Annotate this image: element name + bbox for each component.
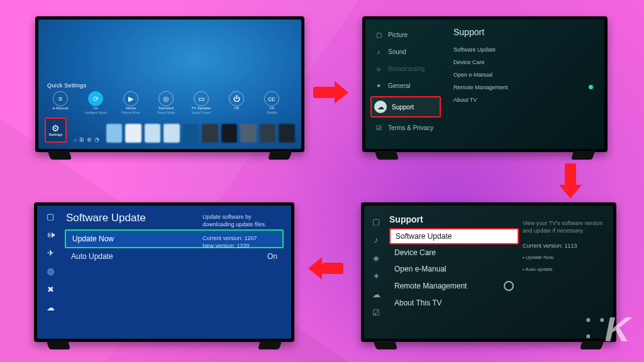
category-terms[interactable]: ☑Terms & Privacy xyxy=(370,121,440,134)
launcher-mini-icons: ⌕ ⊞ ⊕ ◔ xyxy=(74,136,99,143)
side-rail: ▢ ♪ ◈ ✶ ☁ ☑ xyxy=(368,217,384,330)
source-icon[interactable]: ⊞ xyxy=(79,136,84,143)
tools-icon[interactable]: ✖ xyxy=(47,285,54,294)
watermark-k: ▪ ▪▪ K xyxy=(605,309,628,349)
tv-step4: ▢ 🕪 ✈ ◎ ✖ ☁ Software Update Update Now A… xyxy=(34,202,294,342)
sound-icon[interactable]: ♪ xyxy=(374,235,379,244)
shield-icon: ☑ xyxy=(374,124,383,131)
settings-button[interactable]: ⚙ Settings xyxy=(45,118,67,143)
opt-about-tv[interactable]: About TV xyxy=(453,94,596,106)
item-emanual[interactable]: Open e-Manual xyxy=(389,261,519,277)
app-tile-row: ⚙ Settings ⌕ ⊞ ⊕ ◔ xyxy=(45,118,295,143)
qs-item-off1[interactable]: ⏻Off xyxy=(223,91,250,111)
app-tile[interactable] xyxy=(106,124,123,143)
qs-item-sound-mode[interactable]: ◎StandardSound Mode xyxy=(153,91,179,114)
app-tile[interactable] xyxy=(125,124,142,143)
arrow-left-icon xyxy=(308,258,343,279)
tv-step2: ▢Picture ♪Sound ◈Broadcasting ✦General ☁… xyxy=(362,16,608,152)
category-general[interactable]: ✦General xyxy=(370,79,440,92)
shield-icon[interactable]: ☑ xyxy=(372,308,380,317)
app-tile[interactable] xyxy=(145,124,161,143)
picture-icon: ▢ xyxy=(374,31,383,38)
support-heading: Support xyxy=(453,27,596,37)
app-tile[interactable] xyxy=(240,124,257,143)
app-tile[interactable] xyxy=(221,124,238,143)
category-picture[interactable]: ▢Picture xyxy=(370,28,440,41)
quick-settings-label: Quick Settings xyxy=(47,82,86,89)
opt-software-update[interactable]: Software Update xyxy=(453,43,596,56)
app-tile[interactable] xyxy=(164,124,180,143)
app-tile[interactable] xyxy=(260,124,276,143)
tv-step1: Quick Settings ≡e-Manual ⟳OnIntelligent … xyxy=(35,16,304,152)
side-rail: ▢ 🕪 ✈ ◎ ✖ ☁ xyxy=(42,212,58,331)
browser-icon[interactable]: ⊕ xyxy=(87,136,92,143)
broadcast-icon: ◈ xyxy=(374,65,383,72)
info-panel: View your TV's software version and upda… xyxy=(523,219,604,273)
info-bullet-update-now: • Update Now xyxy=(523,255,604,261)
opt-remote-mgmt[interactable]: Remote Management xyxy=(453,81,596,94)
network-icon[interactable]: ◎ xyxy=(47,266,54,276)
item-remote-mgmt[interactable]: Remote Management xyxy=(389,277,519,295)
item-about-tv[interactable]: About This TV xyxy=(389,295,519,311)
picture-icon[interactable]: ▢ xyxy=(372,217,380,226)
quick-settings-row: ≡e-Manual ⟳OnIntelligent Mode ▶MoviePict… xyxy=(47,91,295,114)
category-broadcasting[interactable]: ◈Broadcasting xyxy=(370,62,440,75)
info-bullet-auto-update: • Auto update xyxy=(523,266,604,273)
qs-item-picture-mode[interactable]: ▶MoviePicture Mode xyxy=(118,91,144,114)
item-device-care[interactable]: Device Care xyxy=(389,244,519,261)
broadcast-icon[interactable]: ✈ xyxy=(47,248,54,258)
row-auto-update[interactable]: Auto Update On xyxy=(65,248,284,265)
item-software-update[interactable]: Software Update xyxy=(389,228,519,244)
app-tile[interactable] xyxy=(183,124,199,143)
app-tile[interactable] xyxy=(202,124,218,143)
status-ring-icon xyxy=(504,281,514,291)
qs-item-subtitle[interactable]: ccOffSubtitle xyxy=(258,91,285,114)
info-desc: View your TV's software version and upda… xyxy=(523,219,604,234)
support-options: Support Software Update Device Care Open… xyxy=(453,27,596,106)
support-icon: ☁ xyxy=(374,101,387,113)
broadcast-icon[interactable]: ◈ xyxy=(373,253,379,263)
arrow-down-icon xyxy=(560,163,581,199)
update-desc-panel: Update software by downloading update fi… xyxy=(203,213,281,250)
gear-icon: ⚙ xyxy=(52,124,60,133)
support-heading: Support xyxy=(389,214,519,224)
sound-icon: ♪ xyxy=(374,48,383,55)
arrow-right-icon xyxy=(313,82,348,103)
qs-item-intelligent-mode[interactable]: ⟳OnIntelligent Mode xyxy=(82,91,109,114)
tv-step3: ▢ ♪ ◈ ✶ ☁ ☑ Support Software Update Devi… xyxy=(361,202,616,342)
category-sound[interactable]: ♪Sound xyxy=(370,45,440,58)
picture-icon[interactable]: ▢ xyxy=(47,212,54,221)
watermark-dots: ▪ ▪▪ xyxy=(586,312,608,344)
opt-device-care[interactable]: Device Care xyxy=(453,56,596,69)
app-tile[interactable] xyxy=(279,124,295,143)
general-icon: ✦ xyxy=(374,82,383,89)
search-icon[interactable]: ⌕ xyxy=(74,136,77,143)
opt-emanual[interactable]: Open e-Manual xyxy=(453,69,596,81)
sound-icon[interactable]: 🕪 xyxy=(47,230,55,239)
support-icon[interactable]: ☁ xyxy=(372,290,380,299)
qs-item-emanual[interactable]: ≡e-Manual xyxy=(47,91,74,111)
support-submenu: Support Software Update Device Care Open… xyxy=(389,214,519,311)
settings-category-list: ▢Picture ♪Sound ◈Broadcasting ✦General ☁… xyxy=(370,28,440,140)
category-support[interactable]: ☁ Support xyxy=(370,96,441,118)
network-icon[interactable]: ✶ xyxy=(373,272,380,281)
support-icon[interactable]: ☁ xyxy=(47,303,55,312)
auto-update-value: On xyxy=(267,252,277,261)
info-current-version: Current version: 1113 xyxy=(523,242,604,250)
clock-icon[interactable]: ◔ xyxy=(94,136,99,143)
qs-item-sound-output[interactable]: ▭TV SpeakerSound Output xyxy=(188,91,214,114)
